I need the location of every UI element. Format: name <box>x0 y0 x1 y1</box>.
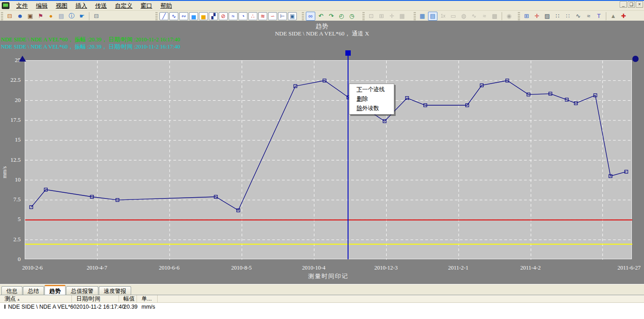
wave-panel2-icon[interactable]: ≈ <box>584 12 593 21</box>
toolbar-grip[interactable] <box>302 12 304 20</box>
cursor-handle[interactable] <box>345 50 351 56</box>
cell-1: NDE SIDE \ NDE A VEL*60 <box>0 304 72 310</box>
column-header-3[interactable]: 幅值 <box>119 295 137 302</box>
context-menu-item-3[interactable]: 除外读数 <box>349 104 394 113</box>
hand-pointer-icon[interactable]: ☛ <box>77 12 87 21</box>
tab-信息[interactable]: 信息 <box>1 286 22 295</box>
menubar: 文件编辑视图插入传送自定义窗口帮助 _❑× <box>0 1 644 11</box>
map-icon[interactable]: ▦ <box>418 12 427 21</box>
dual-waveform-plot-icon[interactable]: ≋ <box>258 12 267 20</box>
plot-area[interactable] <box>25 60 632 259</box>
window-controls: _❑× <box>620 1 643 8</box>
menu-item-8[interactable]: 帮助 <box>156 1 176 11</box>
restore-button[interactable]: ❑ <box>628 1 635 8</box>
chart-pin-icon[interactable]: ▲ <box>609 12 618 21</box>
app-icon[interactable] <box>2 2 9 9</box>
context-menu-item-2[interactable]: 删除 <box>349 94 394 104</box>
spectrum-plot-icon[interactable]: ▅ <box>189 12 198 20</box>
info-icon[interactable]: ⓘ <box>67 12 76 21</box>
toolbar-grip[interactable] <box>155 12 158 20</box>
column-header-4[interactable]: 单... <box>137 295 158 302</box>
points-panel2-icon[interactable]: ∷ <box>563 12 573 21</box>
chart-export-icon: ▩ <box>490 12 499 21</box>
points-panel-icon[interactable]: ∷ <box>553 12 562 21</box>
column-header-2[interactable]: 日期/时间 <box>72 295 119 302</box>
trend-line[interactable] <box>31 80 626 210</box>
menu-item-5[interactable]: 传送 <box>91 1 111 11</box>
nyquist-plot-icon[interactable]: ◔ <box>238 12 247 20</box>
calendar-refresh-icon[interactable]: ⊞ <box>522 12 531 21</box>
x-tick-label: 2010-6-6 <box>159 265 180 271</box>
minimize-button[interactable]: _ <box>620 1 627 8</box>
toolbar-grip[interactable] <box>518 12 520 20</box>
toolbar-group-6: ⊞✛▨∷∷∿≈T▲✚ <box>521 12 629 21</box>
hierarchy-icon[interactable]: ⊟ <box>5 12 14 21</box>
add-marker-icon[interactable]: ✚ <box>619 12 628 21</box>
next-measurement-icon[interactable]: ↷ <box>326 12 336 21</box>
time-forward-icon[interactable]: ◷ <box>347 12 357 21</box>
menu-item-3[interactable]: 视图 <box>52 1 71 11</box>
menu-item-2[interactable]: 编辑 <box>32 1 52 11</box>
time-back-icon[interactable]: ◴ <box>337 12 346 21</box>
x-tick-label: 2010-10-4 <box>302 265 326 271</box>
toolbar-grip[interactable] <box>1 12 3 20</box>
waveform-plot-icon[interactable]: ∿ <box>169 12 178 20</box>
flag-settings-icon[interactable]: ⚑ <box>36 12 45 21</box>
x-axis-title: 测量时间印记 <box>25 272 632 280</box>
folder-settings-icon[interactable]: ▤ <box>57 12 66 21</box>
close-button[interactable]: × <box>636 1 643 8</box>
user-settings-icon[interactable]: ☻ <box>15 12 25 21</box>
playback-icon: ◉ <box>504 12 514 21</box>
print-icon[interactable]: ⊟ <box>92 12 101 21</box>
context-menu-item-1[interactable]: 下一个迹线 <box>349 85 394 94</box>
polar-plot-icon[interactable]: ⊘ <box>219 12 228 20</box>
menu-item-6[interactable]: 自定义 <box>111 1 137 11</box>
zoom-extents-icon: ⊡ <box>366 12 376 21</box>
menu-item-1[interactable]: 文件 <box>12 1 32 11</box>
toolbar-grip[interactable] <box>362 12 365 20</box>
trace-start-marker-icon[interactable] <box>19 56 26 62</box>
route-icon[interactable]: ∞ <box>306 12 315 21</box>
toolbar: ⊟☻▣⚑●▤ⓘ☛⊟╱∿∾▅▅▞⊘≈◔∴≋∽⊢▣∞↶↷◴◷⊡⊞✛▦▦▤1x▭◍∿≈… <box>0 11 644 22</box>
machine-monitor-icon[interactable]: ▣ <box>288 12 297 20</box>
shaft-plot-icon[interactable]: ∴ <box>248 12 257 20</box>
toolbar-group-4: ⊡⊞✛▦ <box>366 12 407 21</box>
column-header-1[interactable]: 测点▴ <box>0 295 72 302</box>
spectrum-alt-plot-icon[interactable]: ▅ <box>199 12 208 20</box>
waterfall-plot-icon[interactable]: ▞ <box>209 12 218 20</box>
alarm-settings-icon[interactable]: ● <box>46 12 56 21</box>
x-tick-label: 2011-4-2 <box>520 265 541 271</box>
centerline-plot-icon[interactable]: ⊢ <box>278 12 287 20</box>
menu-item-4[interactable]: 插入 <box>71 1 91 11</box>
text-label-icon[interactable]: T <box>594 12 604 21</box>
one-x-scale-icon: 1x <box>438 12 448 21</box>
trace-end-marker-icon[interactable] <box>632 56 639 62</box>
multi-trend-plot-icon[interactable]: ∽ <box>268 12 277 20</box>
table-row[interactable]: NDE SIDE \ NDE A VEL*602010-11-2 16:17:4… <box>0 303 644 310</box>
bode-plot-icon[interactable]: ≈ <box>229 12 238 20</box>
wave-panel-icon[interactable]: ∿ <box>573 12 583 21</box>
y-tick-label: 17.5 <box>0 116 21 124</box>
tab-总值报警[interactable]: 总值报警 <box>66 286 98 295</box>
tab-总结[interactable]: 总结 <box>23 286 44 295</box>
tile-window-icon[interactable]: ▤ <box>428 12 437 21</box>
prev-measurement-icon[interactable]: ↶ <box>316 12 326 21</box>
orbit-plot-icon[interactable]: ∾ <box>179 12 188 20</box>
tab-速度警报[interactable]: 速度警报 <box>99 286 131 295</box>
chart-legend: NDE SIDE \ NDE A VEL*60， 振幅 :20.39， 日期/时… <box>1 36 180 50</box>
marker-insert-icon[interactable]: ✛ <box>532 12 542 21</box>
y-tick-label: 25 <box>0 57 21 64</box>
image-settings-icon[interactable]: ▣ <box>26 12 35 21</box>
x-tick-label: 2011-2-1 <box>448 265 468 271</box>
hatch-pattern-icon[interactable]: ▨ <box>543 12 552 21</box>
toolbar-grip[interactable] <box>414 12 416 20</box>
y-tick-label: 12.5 <box>0 156 21 164</box>
cursor-line[interactable] <box>348 56 348 259</box>
toolbar-separator <box>606 12 606 20</box>
tab-趋势[interactable]: 趋势 <box>44 285 66 295</box>
trend-plot-icon[interactable]: ╱ <box>159 12 168 20</box>
menu-item-7[interactable]: 窗口 <box>137 1 156 11</box>
toolbar-separator <box>502 12 502 20</box>
trend-plot-canvas[interactable] <box>25 61 632 260</box>
toolbar-separator <box>89 12 89 20</box>
